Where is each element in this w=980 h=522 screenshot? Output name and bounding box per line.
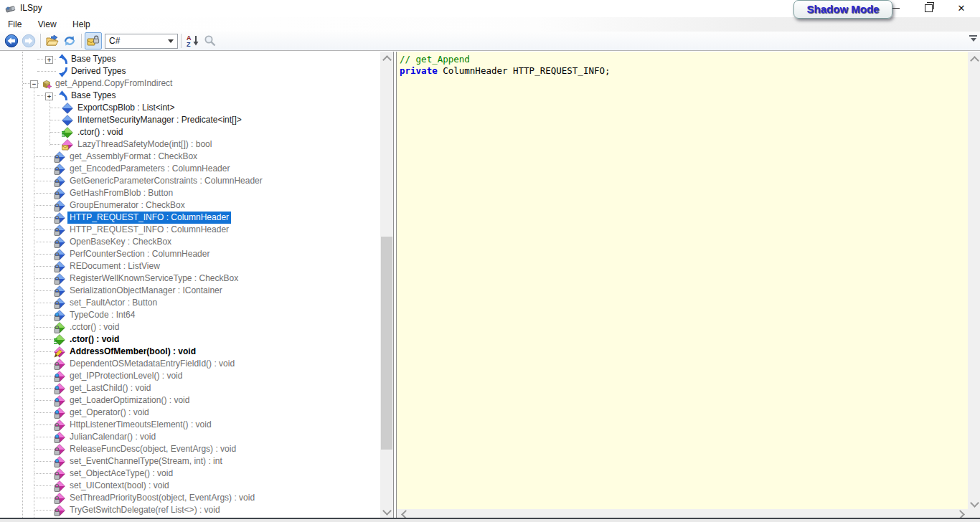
tree-item[interactable]: LazyThreadSafetyMode(int[]) : bool: [0, 138, 380, 151]
ilspy-window: ILSpy Shadow Mode ✕ File View Help: [0, 0, 980, 522]
tree-item[interactable]: REDocument : ListView: [0, 260, 380, 272]
tree-item[interactable]: .ctor() : void: [0, 126, 380, 138]
tree-item[interactable]: GetHashFromBlob : Button: [0, 187, 380, 199]
tree-guide-connector: [34, 217, 52, 218]
tree-item[interactable]: set_ObjectAceType() : void: [0, 468, 380, 480]
tree-item[interactable]: IInternetSecurityManager : Predicate<int…: [0, 114, 380, 126]
tree-item[interactable]: .ctor() : void: [0, 333, 380, 346]
tree-guide-connector: [34, 449, 52, 450]
tree-item[interactable]: set_UIContext(bool) : void: [0, 480, 380, 492]
splitter-collapse-grip[interactable]: [969, 35, 977, 44]
tree-item-label: IInternetSecurityManager : Predicate<int…: [75, 114, 244, 126]
window-title: ILSpy: [20, 3, 42, 13]
menu-help[interactable]: Help: [66, 17, 97, 32]
scrollbar-thumb[interactable]: [381, 237, 392, 450]
tree-item[interactable]: get_Operator() : void: [0, 407, 380, 419]
tree-guide-connector: [34, 461, 52, 462]
method-private-icon: [54, 359, 65, 370]
tree-guide-connector: [34, 498, 52, 498]
tree-item[interactable]: DependentOSMetadataEntryFieldId() : void: [0, 358, 380, 370]
assembly-tree-panel[interactable]: +Base TypesDerived Types−get_Append.Copy…: [0, 52, 380, 518]
shadow-mode-button[interactable]: Shadow Mode: [793, 0, 892, 19]
tree-item[interactable]: −get_Append.CopyFromIndirect: [0, 77, 380, 90]
tree-item[interactable]: +Base Types: [0, 53, 380, 65]
tree-item[interactable]: get_LastChild() : void: [0, 382, 380, 394]
tree-guide-connector: [34, 242, 52, 242]
close-button[interactable]: ✕: [950, 0, 973, 16]
tree-item[interactable]: Derived Types: [0, 65, 380, 77]
scrollbar-down-icon[interactable]: [382, 506, 392, 516]
refresh-button[interactable]: [61, 32, 78, 49]
tree-item[interactable]: HTTP_REQUEST_INFO : ColumnHeader: [0, 224, 380, 236]
method-private-icon: [54, 468, 65, 480]
tree-item[interactable]: PerfCounterSection : ColumnHeader: [0, 248, 380, 260]
tree-guide-connector: [34, 290, 52, 291]
tree-vertical-scrollbar[interactable]: [380, 52, 393, 518]
code-vertical-scrollbar[interactable]: [968, 52, 980, 518]
tree-item[interactable]: SetThreadPriorityBoost(object, EventArgs…: [0, 492, 380, 504]
tree-item[interactable]: JulianCalendar() : void: [0, 431, 380, 443]
class-icon: [41, 78, 52, 90]
tree-item[interactable]: AddressOfMember(bool) : void: [0, 346, 380, 358]
tree-item[interactable]: RegisterWellKnownServiceType : CheckBox: [0, 272, 380, 285]
tree-expander-plus-icon[interactable]: +: [45, 56, 53, 64]
method-private-icon: [54, 493, 65, 504]
menu-file[interactable]: File: [1, 17, 28, 32]
field-private-icon: [54, 273, 65, 285]
sort-alphabetical-button[interactable]: A Z: [184, 32, 202, 49]
open-assembly-button[interactable]: [44, 32, 61, 49]
method-private-icon: [54, 480, 65, 492]
decompiled-code-panel[interactable]: // get_Appendprivate ColumnHeader HTTP_R…: [397, 52, 968, 509]
tree-item[interactable]: GroupEnumerator : CheckBox: [0, 199, 380, 212]
tree-item[interactable]: SerializationObjectManager : IContainer: [0, 285, 380, 297]
tree-guide-connector: [34, 485, 52, 486]
tree-item[interactable]: TryGetSwitchDelegate(ref List<>) : void: [0, 504, 380, 516]
toolbar: C# A Z: [0, 32, 980, 51]
back-button[interactable]: [3, 32, 20, 49]
tree-item[interactable]: ReleaseFuncDesc(object, EventArgs) : voi…: [0, 443, 380, 455]
code-horizontal-scrollbar[interactable]: [397, 509, 968, 518]
menu-view[interactable]: View: [32, 17, 63, 32]
tree-item-label: get_IPProtectionLevel() : void: [67, 370, 184, 382]
tree-item-label: get_Operator() : void: [67, 407, 151, 419]
tree-item[interactable]: ExportCspBlob : List<int>: [0, 102, 380, 114]
restore-button[interactable]: [917, 0, 940, 16]
tree-item[interactable]: get_IPProtectionLevel() : void: [0, 370, 380, 382]
tree-item[interactable]: GetGenericParameterConstraints : ColumnH…: [0, 175, 380, 187]
tree-item-label: .cctor() : void: [67, 321, 121, 333]
tree-item[interactable]: set_FaultActor : Button: [0, 297, 380, 309]
tree-expander-plus-icon[interactable]: +: [45, 92, 53, 100]
scrollbar-up-icon[interactable]: [382, 55, 392, 65]
method-mail-icon: [62, 139, 73, 151]
tree-item[interactable]: set_EventChannelType(Stream, int) : int: [0, 455, 380, 468]
tree-item[interactable]: TypeCode : Int64: [0, 309, 380, 321]
base-types-icon: [57, 54, 69, 65]
field-private-icon: [54, 298, 65, 309]
tree-item[interactable]: HTTP_REQUEST_INFO : ColumnHeader: [0, 212, 380, 224]
restore-icon: [925, 4, 933, 12]
tree-item-label: REDocument : ListView: [67, 260, 162, 272]
scrollbar-down-icon[interactable]: [970, 498, 979, 508]
forward-button[interactable]: [20, 32, 37, 49]
tree-guide-connector: [34, 388, 52, 389]
tree-item[interactable]: get_LoaderOptimization() : void: [0, 394, 380, 407]
open-folder-icon: [45, 34, 60, 48]
tree-guide-connector: [34, 156, 52, 157]
tree-expander-minus-icon[interactable]: −: [30, 80, 38, 88]
tree-item[interactable]: get_EncodedParameters : ColumnHeader: [0, 163, 380, 175]
field-public-icon: [62, 103, 73, 114]
search-button[interactable]: [202, 32, 219, 49]
tree-item[interactable]: +Base Types: [0, 90, 380, 102]
tree-item-label: PerfCounterSection : ColumnHeader: [67, 248, 212, 260]
language-select[interactable]: C#: [105, 34, 178, 49]
tree-item-label: ReleaseFuncDesc(object, EventArgs) : voi…: [67, 443, 238, 455]
scrollbar-up-icon[interactable]: [970, 56, 979, 65]
tree-item[interactable]: .cctor() : void: [0, 321, 380, 333]
tree-item-label: Base Types: [69, 90, 118, 102]
tree-item[interactable]: OpenBaseKey : CheckBox: [0, 236, 380, 248]
tree-item-label: JulianCalendar() : void: [67, 431, 158, 443]
tree-item[interactable]: get_AssemblyFormat : CheckBox: [0, 151, 380, 163]
show-internal-api-toggle-button[interactable]: [85, 32, 102, 49]
tree-item-label: get_LoaderOptimization() : void: [67, 394, 192, 407]
tree-item[interactable]: HttpListenerTimeoutsElement() : void: [0, 419, 380, 431]
